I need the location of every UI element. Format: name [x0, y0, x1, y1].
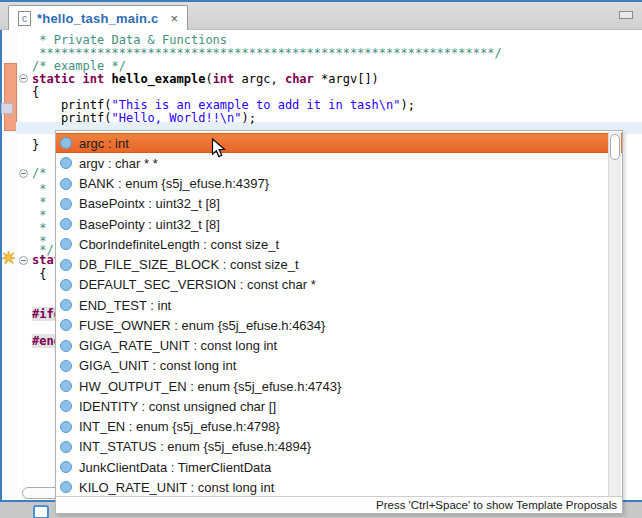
- proposal-label: DB_FILE_SIZE_BLOCK : const size_t: [79, 257, 299, 272]
- proposal-label: HW_OUTPUT_EN : enum {s5j_efuse.h:4743}: [79, 379, 341, 394]
- proposal-label: argv : char * *: [79, 156, 158, 171]
- code-line: /*: [32, 167, 46, 180]
- proposal-item[interactable]: KILO_RATE_UNIT : const long int: [56, 477, 622, 497]
- proposal-item[interactable]: BasePointx : uint32_t [8]: [56, 194, 622, 214]
- proposal-item[interactable]: JunkClientData : TimerClientData: [56, 457, 622, 477]
- proposal-item[interactable]: BANK : enum {s5j_efuse.h:4397}: [56, 174, 622, 194]
- variable-proposal-icon: [60, 360, 72, 372]
- range-indicator: [4, 63, 17, 131]
- proposal-item[interactable]: INT_STATUS : enum {s5j_efuse.h:4894}: [56, 437, 622, 457]
- variable-proposal-icon: [60, 218, 72, 230]
- proposal-label: INT_STATUS : enum {s5j_efuse.h:4894}: [79, 439, 311, 454]
- variable-proposal-icon: [60, 421, 72, 433]
- variable-proposal-icon: [60, 380, 72, 392]
- variable-proposal-icon: [60, 198, 72, 210]
- variable-proposal-icon: [60, 441, 72, 453]
- tab-close-icon[interactable]: ×: [170, 12, 178, 25]
- variable-proposal-icon: [60, 137, 72, 149]
- popup-scrollbar[interactable]: [608, 132, 621, 496]
- occurrence-star-icon: [2, 250, 15, 263]
- proposal-label: GIGA_RATE_UNIT : const long int: [79, 338, 277, 353]
- proposal-label: DEFAULT_SEC_VERSION : const char *: [79, 277, 316, 292]
- variable-proposal-icon: [60, 461, 72, 473]
- variable-proposal-icon: [60, 259, 72, 271]
- fold-collapse-icon[interactable]: [19, 74, 28, 83]
- proposal-label: BasePointy : uint32_t [8]: [79, 217, 220, 232]
- variable-proposal-icon: [60, 481, 72, 493]
- caret-line-marker: [1, 103, 13, 114]
- fold-collapse-icon[interactable]: [19, 256, 28, 265]
- fold-collapse-icon[interactable]: [19, 169, 28, 178]
- variable-proposal-icon: [60, 157, 72, 169]
- proposal-item[interactable]: INT_EN : enum {s5j_efuse.h:4798}: [56, 417, 622, 437]
- variable-proposal-icon: [60, 238, 72, 250]
- popup-scrollbar-thumb[interactable]: [610, 134, 620, 160]
- code-line: }: [32, 139, 39, 152]
- variable-proposal-icon: [60, 319, 72, 331]
- proposal-label: IDENTITY : const unsigned char []: [79, 399, 276, 414]
- proposal-label: CborIndefiniteLength : const size_t: [79, 237, 279, 252]
- proposal-label: END_TEST : int: [79, 298, 171, 313]
- code-line: printf("Hello, World!!\n");: [32, 112, 256, 125]
- popup-footer-hint: Press 'Ctrl+Space' to show Template Prop…: [56, 496, 622, 513]
- proposal-label: FUSE_OWNER : enum {s5j_efuse.h:4634}: [79, 318, 325, 333]
- code-line: {: [32, 268, 46, 281]
- proposal-item[interactable]: HW_OUTPUT_EN : enum {s5j_efuse.h:4743}: [56, 376, 622, 396]
- proposal-item[interactable]: GIGA_RATE_UNIT : const long int: [56, 336, 622, 356]
- proposal-item[interactable]: IDENTITY : const unsigned char []: [56, 396, 622, 416]
- proposal-label: INT_EN : enum {s5j_efuse.h:4798}: [79, 419, 280, 434]
- proposal-label: BasePointx : uint32_t [8]: [79, 196, 220, 211]
- tab-hello-tash-main[interactable]: c *hello_tash_main.c ×: [8, 5, 188, 30]
- proposal-item[interactable]: BasePointy : uint32_t [8]: [56, 214, 622, 234]
- c-file-icon: c: [18, 11, 31, 26]
- proposal-label: GIGA_UNIT : const long int: [79, 358, 236, 373]
- eclipse-editor-window: c *hello_tash_main.c × * Private Data & …: [0, 0, 642, 518]
- proposal-item[interactable]: FUSE_OWNER : enum {s5j_efuse.h:4634}: [56, 315, 622, 335]
- proposal-label: JunkClientData : TimerClientData: [79, 460, 271, 475]
- editor-tab-bar: c *hello_tash_main.c ×: [0, 2, 642, 30]
- marker-bar: [2, 30, 17, 500]
- proposal-item[interactable]: END_TEST : int: [56, 295, 622, 315]
- proposal-label: KILO_RATE_UNIT : const long int: [79, 480, 274, 495]
- proposal-label: BANK : enum {s5j_efuse.h:4397}: [79, 176, 269, 191]
- proposal-item[interactable]: DB_FILE_SIZE_BLOCK : const size_t: [56, 255, 622, 275]
- proposal-label: argc : int: [79, 136, 129, 151]
- content-assist-popup: argc : intargv : char * *BANK : enum {s5…: [55, 130, 623, 514]
- variable-proposal-icon: [60, 340, 72, 352]
- variable-proposal-icon: [60, 279, 72, 291]
- variable-proposal-icon: [60, 299, 72, 311]
- tab-title: *hello_tash_main.c: [37, 11, 158, 26]
- variable-proposal-icon: [60, 400, 72, 412]
- proposal-list[interactable]: argc : intargv : char * *BANK : enum {s5…: [56, 131, 622, 497]
- statusbar-icon[interactable]: [33, 505, 49, 518]
- proposal-item[interactable]: argv : char * *: [56, 153, 622, 173]
- proposal-item[interactable]: GIGA_UNIT : const long int: [56, 356, 622, 376]
- proposal-item[interactable]: argc : int: [56, 133, 622, 153]
- proposal-item[interactable]: CborIndefiniteLength : const size_t: [56, 234, 622, 254]
- proposal-item[interactable]: DEFAULT_SEC_VERSION : const char *: [56, 275, 622, 295]
- code-line: static int hello_example(int argc, char …: [32, 73, 379, 86]
- minimize-view-icon[interactable]: [619, 11, 633, 19]
- variable-proposal-icon: [60, 178, 72, 190]
- mouse-cursor-icon: [211, 138, 227, 164]
